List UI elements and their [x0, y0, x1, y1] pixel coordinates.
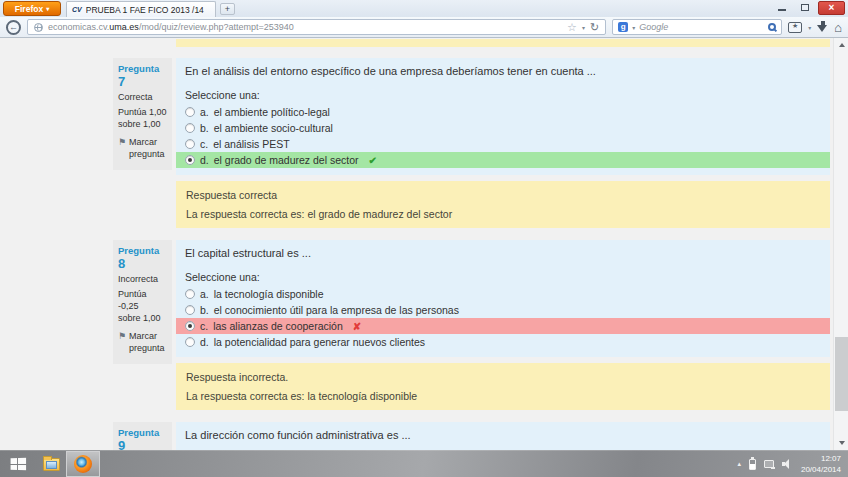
question-block: Pregunta 9 Correcta Puntúa 1,00 sobre 1,…: [113, 422, 830, 450]
flag-icon: ⚑: [118, 137, 126, 160]
start-button[interactable]: [0, 451, 36, 477]
clock-date: 20/04/2014: [801, 464, 841, 475]
scroll-up-arrow[interactable]: [834, 38, 848, 52]
question-info: Pregunta 9 Correcta Puntúa 1,00 sobre 1,…: [113, 422, 172, 450]
outcome-detail: La respuesta correcta es: la tecnología …: [186, 390, 820, 402]
option-radio[interactable]: [185, 139, 195, 149]
option-row[interactable]: a. el ambiente político-legal: [176, 104, 830, 120]
volume-icon[interactable]: [782, 459, 793, 469]
option-row[interactable]: b. el conocimiento útil para la empresa …: [176, 302, 830, 318]
option-key: a.: [200, 106, 209, 118]
clock-time: 12:07: [801, 453, 841, 464]
home-icon[interactable]: ⌂: [834, 21, 842, 34]
browser-tab[interactable]: CV PRUEBA 1 FAE FICO 2013 /14: [66, 1, 216, 17]
option-key: c.: [200, 138, 208, 150]
previous-feedback-strip: [176, 39, 830, 47]
question-label: Pregunta 8: [118, 245, 167, 271]
option-radio[interactable]: [185, 337, 195, 347]
taskbar-clock[interactable]: 12:07 20/04/2014: [801, 453, 841, 475]
search-bar[interactable]: g ▾ Google: [612, 19, 782, 35]
question-status: Correcta: [118, 92, 167, 102]
tray-expand-icon[interactable]: ▴: [737, 460, 741, 468]
questions: Pregunta 7 Correcta Puntúa 1,00 sobre 1,…: [113, 58, 830, 450]
google-engine-icon[interactable]: g: [618, 22, 628, 32]
new-tab-button[interactable]: +: [220, 3, 235, 15]
firefox-menu-button[interactable]: Firefox ▾: [3, 1, 61, 16]
back-button[interactable]: ←: [6, 20, 21, 35]
option-label: el grado de madurez del sector: [214, 154, 359, 166]
url-dropdown-icon[interactable]: ▾: [582, 24, 585, 31]
question-text: El capital estructural es ...: [176, 247, 830, 259]
option-row[interactable]: b. el ambiente socio-cultural: [176, 120, 830, 136]
vertical-scrollbar[interactable]: [833, 38, 848, 450]
outcome-title: Respuesta correcta: [186, 189, 820, 201]
question-block: Pregunta 8 Incorrecta Puntúa -0,25 sobre…: [113, 240, 830, 410]
options-list: a. la tecnología disponible b. el conoci…: [176, 286, 830, 350]
options-list: a. el ambiente político-legal b. el ambi…: [176, 104, 830, 168]
option-radio[interactable]: [185, 321, 195, 331]
option-key: a.: [200, 288, 209, 300]
option-radio[interactable]: [185, 107, 195, 117]
outcome-detail: La respuesta correcta es: el grado de ma…: [186, 208, 820, 220]
option-radio[interactable]: [185, 289, 195, 299]
option-label: el conocimiento útil para la empresa de …: [214, 304, 459, 316]
option-key: d.: [200, 336, 209, 348]
url-prefix: economicas.cv.: [48, 22, 109, 32]
network-icon[interactable]: [764, 460, 774, 468]
file-explorer-button[interactable]: [36, 451, 66, 477]
bookmark-star-icon[interactable]: ☆: [567, 22, 577, 33]
question-info: Pregunta 7 Correcta Puntúa 1,00 sobre 1,…: [113, 58, 172, 170]
url-text: economicas.cv.uma.es/mod/quiz/review.php…: [48, 22, 562, 32]
answer-prompt: Seleccione una:: [176, 89, 830, 101]
flag-question-link[interactable]: ⚑ Marcar pregunta: [118, 331, 167, 354]
search-engine-dropdown-icon[interactable]: ▾: [632, 24, 635, 31]
windows-logo-icon: [10, 457, 27, 471]
option-row[interactable]: d. el grado de madurez del sector ✔: [176, 152, 830, 168]
url-path: /mod/quiz/review.php?attempt=253940: [139, 22, 294, 32]
question-text: La dirección como función administrativa…: [176, 429, 830, 441]
outcome-title: Respuesta incorrecta.: [186, 371, 820, 383]
option-row[interactable]: a. la tecnología disponible: [176, 286, 830, 302]
question-grade: Puntúa 1,00 sobre 1,00: [118, 106, 167, 130]
downloads-icon[interactable]: [817, 21, 828, 33]
scrollbar-thumb[interactable]: [835, 337, 848, 411]
option-row[interactable]: d. la potencialidad para generar nuevos …: [176, 334, 830, 350]
option-radio[interactable]: [185, 155, 195, 165]
option-row[interactable]: c. las alianzas de cooperación ✘: [176, 318, 830, 334]
option-key: c.: [200, 320, 208, 332]
reload-icon[interactable]: ↻: [590, 22, 599, 33]
option-label: las alianzas de cooperación: [213, 320, 343, 332]
option-label: el análisis PEST: [213, 138, 289, 150]
option-row[interactable]: c. el análisis PEST: [176, 136, 830, 152]
tab-favicon: CV: [72, 5, 82, 14]
option-radio[interactable]: [185, 305, 195, 315]
question-body: El capital estructural es ... Seleccione…: [176, 240, 830, 410]
option-key: b.: [200, 304, 209, 316]
question-number: 8: [118, 256, 125, 271]
option-key: b.: [200, 122, 209, 134]
bookmarks-dropdown-icon[interactable]: ▾: [808, 24, 811, 31]
restore-button[interactable]: [795, 1, 815, 14]
option-radio[interactable]: [185, 123, 195, 133]
minimize-button[interactable]: [772, 1, 792, 14]
battery-icon[interactable]: [749, 459, 756, 470]
question-label: Pregunta 7: [118, 63, 167, 89]
option-label: el ambiente político-legal: [214, 106, 330, 118]
firefox-taskbar-button[interactable]: [66, 451, 100, 477]
bookmarks-menu-icon[interactable]: [788, 22, 802, 33]
close-button[interactable]: ×: [818, 1, 845, 15]
url-bar[interactable]: economicas.cv.uma.es/mod/quiz/review.php…: [27, 19, 606, 35]
scroll-down-arrow[interactable]: [834, 436, 848, 450]
search-magnifier-icon[interactable]: [768, 23, 776, 31]
browser-navbar: ← economicas.cv.uma.es/mod/quiz/review.p…: [0, 17, 848, 38]
folder-icon: [43, 458, 60, 471]
flag-question-link[interactable]: ⚑ Marcar pregunta: [118, 137, 167, 160]
question-status: Incorrecta: [118, 274, 167, 284]
site-identity-icon: [34, 23, 43, 32]
answer-mark-icon: ✘: [353, 321, 361, 332]
url-domain: uma.es: [109, 22, 139, 32]
system-tray: ▴ 12:07 20/04/2014: [737, 453, 848, 475]
question-label: Pregunta 9: [118, 427, 167, 450]
question-block: Pregunta 7 Correcta Puntúa 1,00 sobre 1,…: [113, 58, 830, 228]
option-label: el ambiente socio-cultural: [214, 122, 333, 134]
